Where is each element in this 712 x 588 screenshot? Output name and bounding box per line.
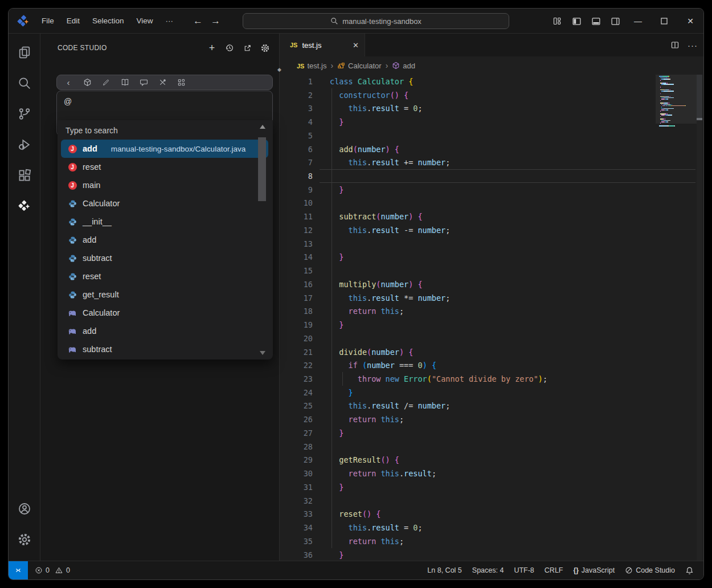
code-line-31[interactable]: 31 } (280, 480, 703, 494)
split-editor-icon[interactable] (670, 40, 680, 50)
minimize-button[interactable]: — (625, 9, 651, 34)
code-line-23[interactable]: 23 throw new Error("Cannot divide by zer… (280, 372, 703, 386)
debug-icon[interactable] (11, 129, 38, 160)
code-line-18[interactable]: 18 return this; (280, 304, 703, 318)
code-line-3[interactable]: 3 this.result = 0; (280, 101, 703, 115)
apps-grid-icon[interactable] (174, 76, 188, 89)
breadcrumb-test-js[interactable]: JStest.js (297, 62, 326, 70)
status-code-studio[interactable]: Code Studio (620, 564, 680, 577)
breadcrumb-Calculator[interactable]: Calculator (337, 62, 382, 70)
code-line-9[interactable]: 9 } (280, 183, 703, 197)
code-line-11[interactable]: 11 subtract(number) { (280, 210, 703, 223)
code-line-6[interactable]: 6 add(number) { (280, 142, 703, 156)
tab-close-icon[interactable]: ✕ (353, 41, 359, 50)
code-line-28[interactable]: 28 (280, 440, 703, 454)
settings-icon[interactable] (11, 524, 38, 555)
docs-book-icon[interactable] (118, 76, 132, 89)
code-line-12[interactable]: 12 this.result -= number; (280, 223, 703, 237)
symbol-item-Calculator[interactable]: Calculator (61, 304, 260, 322)
editor-scrollbar-thumb[interactable] (697, 75, 702, 118)
status-javascript[interactable]: {}JavaScript (568, 564, 620, 577)
new-session-button[interactable]: + (206, 42, 218, 54)
code-line-24[interactable]: 24 } (280, 386, 703, 399)
symbol-item-reset[interactable]: reset (61, 267, 260, 285)
extensions-icon[interactable] (11, 160, 38, 191)
toggle-secondary-sidebar-icon[interactable] (605, 9, 625, 34)
editor-scrollbar[interactable] (697, 75, 702, 561)
menu-edit[interactable]: Edit (60, 14, 86, 27)
scroll-up-icon[interactable] (260, 125, 265, 129)
search-icon[interactable] (11, 68, 38, 99)
tools-icon[interactable] (156, 76, 169, 89)
remote-indicator[interactable] (9, 561, 28, 579)
more-actions-icon[interactable]: ··· (688, 40, 698, 50)
files-icon[interactable] (11, 37, 38, 68)
symbol-item-init[interactable]: __init__ (61, 213, 260, 231)
minimap[interactable] (659, 76, 694, 126)
open-external-button[interactable] (241, 42, 253, 54)
code-line-17[interactable]: 17 this.result *= number; (280, 291, 703, 305)
symbol-item-add[interactable]: add (61, 231, 260, 249)
code-line-19[interactable]: 19 } (280, 318, 703, 332)
symbol-item-getresult[interactable]: get_result (61, 285, 260, 304)
menu-selection[interactable]: Selection (86, 14, 130, 27)
code-line-34[interactable]: 34 this.result = 0; (280, 521, 703, 534)
code-line-2[interactable]: 2 constructor() { (280, 88, 703, 102)
menu-view[interactable]: View (130, 14, 159, 27)
account-icon[interactable] (11, 493, 38, 524)
code-line-35[interactable]: 35 return this; (280, 534, 703, 548)
package-cube-icon[interactable] (80, 76, 94, 89)
code-editor[interactable]: 1class Calculator {2 constructor() {3 th… (280, 75, 703, 561)
history-button[interactable] (223, 42, 236, 54)
code-line-29[interactable]: 29 getResult() { (280, 454, 703, 467)
status-ln-8-col-5[interactable]: Ln 8, Col 5 (422, 564, 467, 577)
code-line-21[interactable]: 21 divide(number) { (280, 345, 703, 359)
toggle-primary-sidebar-icon[interactable] (567, 9, 586, 34)
code-line-5[interactable]: 5 (280, 129, 703, 142)
code-line-22[interactable]: 22 if (number === 0) { (280, 358, 703, 372)
code-line-1[interactable]: 1class Calculator { (280, 75, 703, 88)
code-line-10[interactable]: 10 (280, 197, 703, 210)
code-line-32[interactable]: 32 (280, 494, 703, 508)
nav-back-icon[interactable]: ← (193, 15, 203, 27)
code-line-14[interactable]: 14 } (280, 251, 703, 264)
code-line-20[interactable]: 20 (280, 332, 703, 345)
status-utf-8[interactable]: UTF-8 (509, 564, 539, 577)
nav-forward-icon[interactable]: → (211, 15, 220, 27)
status-bell-status[interactable] (680, 564, 699, 577)
code-line-16[interactable]: 16 multiply(number) { (280, 277, 703, 291)
code-line-25[interactable]: 25 this.result /= number; (280, 399, 703, 413)
tab-test-js[interactable]: JS test.js ✕ (280, 34, 365, 56)
code-line-36[interactable]: 36 } (280, 548, 703, 561)
breadcrumb-add[interactable]: add (392, 62, 415, 70)
symbol-item-add[interactable]: add (61, 322, 260, 340)
scrollbar-thumb[interactable] (258, 137, 266, 201)
symbol-item-add[interactable]: Jaddmanual-testing-sandbox/Calculator.ja… (61, 140, 268, 158)
symbol-item-subtract[interactable]: subtract (61, 249, 260, 267)
symbol-item-main[interactable]: Jmain (61, 176, 260, 194)
chat-comment-icon[interactable] (137, 76, 150, 89)
edit-pencil-icon[interactable] (99, 76, 113, 89)
symbol-item-Calculator[interactable]: Calculator (61, 194, 260, 213)
status-crlf[interactable]: CRLF (539, 564, 568, 577)
scroll-down-icon[interactable] (260, 351, 265, 355)
problems-status[interactable]: 0 0 (35, 566, 72, 574)
symbol-item-subtract[interactable]: subtract (61, 340, 260, 358)
customize-layout-icon[interactable] (547, 9, 567, 34)
code-line-4[interactable]: 4 } (280, 115, 703, 129)
code-line-26[interactable]: 26 return this; (280, 413, 703, 426)
ai-assistant-icon[interactable] (11, 191, 38, 222)
menu-file[interactable]: File (35, 14, 60, 27)
back-chevron-icon[interactable]: ‹ (62, 76, 75, 89)
command-center-search[interactable]: manual-testing-sandbox (243, 13, 509, 29)
code-line-33[interactable]: 33 reset() { (280, 508, 703, 521)
code-line-15[interactable]: 15 (280, 264, 703, 277)
symbol-item-reset[interactable]: Jreset (61, 158, 260, 176)
close-button[interactable]: ✕ (677, 9, 703, 34)
code-line-30[interactable]: 30 return this.result; (280, 467, 703, 480)
dropdown-scrollbar[interactable] (258, 125, 266, 355)
status-spaces-4[interactable]: Spaces: 4 (467, 564, 509, 577)
maximize-button[interactable] (651, 9, 677, 34)
settings-gear-icon[interactable] (259, 42, 271, 54)
toggle-panel-icon[interactable] (586, 9, 605, 34)
